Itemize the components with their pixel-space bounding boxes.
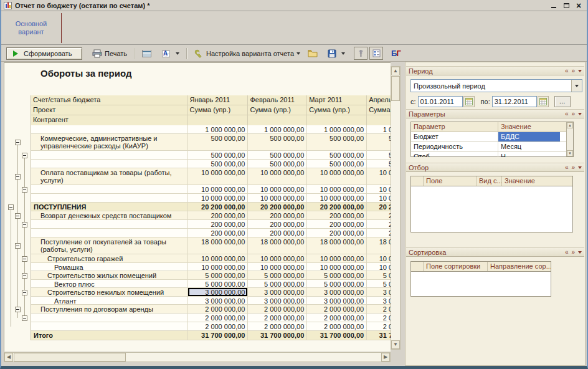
report-row-label[interactable] — [31, 220, 188, 228]
section-menu-icon[interactable] — [578, 251, 582, 254]
report-cell[interactable]: 500 000,00 — [367, 160, 391, 168]
report-cell[interactable]: 200 000,00 — [307, 229, 367, 237]
report-cell[interactable]: 2 000 000,00 — [188, 314, 249, 322]
section-menu-icon[interactable] — [578, 113, 582, 115]
header-cell[interactable]: Сумма (упр.) — [248, 105, 307, 115]
report-cell[interactable]: 10 000 000,00 — [367, 263, 391, 271]
settings-panel-toggle-button[interactable] — [369, 47, 383, 60]
save-variant-button[interactable] — [324, 47, 349, 60]
report-row-label[interactable]: Поступления по договорам аренды — [31, 305, 188, 313]
collapse-button[interactable] — [22, 153, 27, 158]
section-header-filter[interactable]: Отбор « » — [406, 163, 584, 172]
section-header-sorting[interactable]: Сортировка « » — [406, 247, 584, 257]
report-cell[interactable]: 2 000 000,00 — [248, 305, 307, 313]
report-row-label[interactable]: Коммерческие, административные и управле… — [31, 134, 188, 150]
section-menu-icon[interactable] — [578, 70, 582, 72]
report-cell[interactable]: 2 000 000,00 — [188, 322, 249, 330]
appearance-button[interactable]: A — [158, 47, 183, 60]
report-cell[interactable]: 31 700 000,00 — [188, 331, 249, 340]
report-cell[interactable]: 500 000,00 — [307, 151, 367, 159]
report-cell[interactable]: 5 000 000,00 — [188, 280, 249, 287]
column-header[interactable]: Значение — [502, 176, 572, 186]
date-to-input[interactable]: 31.12.2011 — [492, 96, 537, 107]
date-from-input[interactable]: 01.01.2011 — [418, 96, 463, 107]
header-cell[interactable]: Проект — [31, 105, 188, 115]
calendar-button[interactable] — [538, 96, 549, 107]
report-cell[interactable]: 10 000 000,00 — [367, 185, 391, 193]
report-row-label[interactable] — [31, 125, 188, 133]
report-row-label[interactable] — [31, 314, 188, 322]
report-cell[interactable]: 20 200 000,00 — [367, 203, 391, 211]
parameter-value-cell[interactable]: БДДС — [498, 132, 560, 141]
report-cell[interactable]: 500 000,00 — [307, 134, 367, 150]
section-header-period[interactable]: Период « » — [406, 66, 584, 75]
report-cell[interactable]: 10 000 000,00 — [248, 185, 307, 193]
column-header[interactable]: Значение — [498, 122, 567, 132]
report-cell[interactable]: 10 000 000,00 — [367, 168, 391, 184]
report-cell[interactable]: 20 200 000,00 — [307, 203, 367, 211]
section-menu-icon[interactable] — [578, 166, 582, 169]
report-cell[interactable]: 10 000 000,00 — [367, 194, 391, 202]
combo-dropdown-button[interactable] — [571, 80, 582, 92]
scroll-up-button[interactable]: ▲ — [567, 122, 573, 128]
header-cell[interactable]: Контрагент — [31, 115, 188, 125]
report-cell[interactable]: 3 000 000,00 — [307, 297, 367, 304]
report-cell[interactable]: 31 700 000,00 — [248, 331, 307, 340]
scroll-right-button[interactable]: ▶ — [381, 353, 390, 362]
expand-right-icon[interactable]: » — [571, 67, 575, 74]
report-cell[interactable]: 3 000 000,00 — [248, 288, 307, 296]
horizontal-scrollbar[interactable]: ◀ ▶ — [4, 352, 391, 362]
report-cell[interactable]: 3 000 000,00 — [367, 297, 391, 304]
report-cell[interactable]: 10 000 000,00 — [307, 185, 367, 193]
report-cell[interactable]: 2 000 000,00 — [367, 322, 391, 330]
report-cell[interactable]: 31 700 000,00 — [367, 331, 391, 340]
ruler-toggle-button[interactable] — [354, 47, 368, 60]
parameter-value-cell[interactable]: Месяц — [498, 142, 560, 151]
report-cell[interactable]: 10 000 000,00 — [248, 194, 307, 202]
report-row-label[interactable]: Строительство жилых помещений — [31, 271, 188, 279]
report-cell[interactable]: 2 000 000,00 — [367, 314, 391, 322]
report-cell[interactable]: 10 000 000,00 — [307, 254, 367, 262]
section-header-parameters[interactable]: Параметры « » — [406, 109, 584, 118]
vertical-scrollbar[interactable]: ▲ ▼ — [391, 66, 401, 350]
report-cell[interactable]: 500 000,00 — [367, 134, 391, 150]
report-cell[interactable]: 200 000,00 — [367, 220, 391, 228]
collapse-button[interactable] — [15, 174, 21, 180]
collapse-left-icon[interactable]: « — [565, 67, 569, 74]
selected-cell[interactable]: 3 000 000,00 — [188, 288, 249, 296]
report-cell[interactable]: 2 000 000,00 — [307, 305, 367, 313]
header-cell[interactable]: Март 2011 — [307, 95, 367, 105]
report-cell[interactable]: 500 000,00 — [307, 160, 367, 168]
table-settings-button[interactable] — [138, 47, 158, 60]
period-preset-combo[interactable]: Произвольный период — [410, 79, 582, 92]
header-cell[interactable]: Январь 2011 — [188, 95, 249, 105]
maximize-button[interactable] — [562, 1, 571, 9]
scroll-left-button[interactable]: ◀ — [4, 353, 13, 362]
filter-table[interactable]: Поле Вид с... Значение — [410, 176, 573, 232]
collapse-button[interactable] — [15, 213, 21, 219]
parameter-name-cell[interactable]: Отоб — [411, 152, 498, 157]
horizontal-scroll-thumb[interactable] — [14, 353, 126, 362]
report-cell[interactable]: 2 000 000,00 — [188, 305, 249, 313]
report-row-label[interactable]: Атлант — [31, 297, 188, 304]
report-cell[interactable]: 5 000 000,00 — [307, 280, 367, 287]
report-cell[interactable]: 200 000,00 — [248, 220, 307, 228]
collapse-button[interactable] — [22, 273, 27, 279]
report-cell[interactable]: 20 200 000,00 — [188, 203, 249, 211]
calendar-button[interactable] — [463, 96, 475, 107]
report-cell[interactable]: 3 000 000,00 — [188, 297, 249, 304]
header-cell[interactable] — [248, 115, 307, 125]
report-cell[interactable]: 500 000,00 — [248, 134, 307, 150]
report-cell[interactable]: 500 000,00 — [248, 160, 307, 168]
open-variant-button[interactable] — [304, 47, 324, 60]
column-header[interactable]: Направление сор... — [488, 262, 551, 271]
report-cell[interactable]: 2 000 000,00 — [307, 314, 367, 322]
report-cell[interactable]: 10 000 000,00 — [307, 168, 367, 184]
close-button[interactable]: × — [574, 1, 583, 9]
header-cell[interactable] — [188, 115, 249, 125]
report-cell[interactable]: 10 000 000,00 — [367, 254, 391, 262]
sorting-table[interactable]: Поле сортировки Направление сор... — [410, 261, 551, 297]
report-cell[interactable]: 10 000 000,00 — [307, 194, 367, 202]
report-cell[interactable]: 200 000,00 — [188, 220, 249, 228]
parameter-name-cell[interactable]: Бюджет — [411, 132, 498, 141]
